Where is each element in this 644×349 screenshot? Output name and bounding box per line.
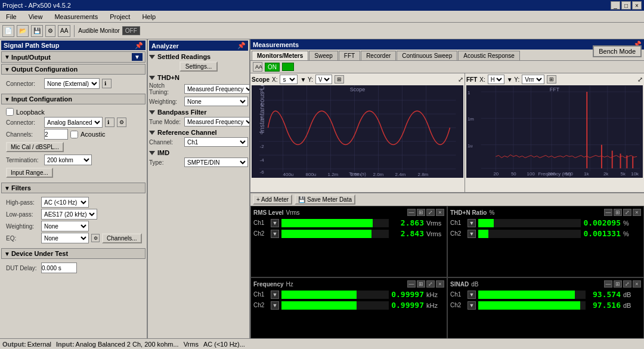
scope-detach-btn[interactable]: ⤢ bbox=[458, 76, 463, 84]
fft-x-select[interactable]: Hz bbox=[488, 75, 504, 84]
thdn-close[interactable]: × bbox=[633, 209, 641, 216]
input-connector-select[interactable]: Analog Balanced bbox=[44, 117, 103, 128]
lowpass-select[interactable]: AES17 (20 kHz) bbox=[41, 209, 97, 220]
io-expand-icon[interactable]: ▼ bbox=[4, 54, 10, 60]
freq-detach[interactable]: ⤢ bbox=[426, 280, 435, 288]
fft-y-select[interactable]: Vrms bbox=[522, 75, 544, 84]
menu-help[interactable]: Help bbox=[138, 12, 159, 21]
sinad-detach[interactable]: ⤢ bbox=[623, 280, 631, 288]
fft-expand-btn[interactable]: ⊞ bbox=[547, 75, 556, 84]
dut-expand[interactable]: ▼ bbox=[4, 251, 10, 257]
on-button[interactable]: ON bbox=[265, 63, 280, 72]
bench-mode-button[interactable]: Bench Mode bbox=[593, 45, 642, 57]
rms-ch1-dropdown[interactable]: ▼ bbox=[271, 219, 279, 227]
rms-expand[interactable]: ⊞ bbox=[417, 209, 425, 216]
freq-ch2-bar-container bbox=[281, 301, 389, 310]
monitor-aa-btn[interactable]: AA bbox=[253, 62, 262, 72]
sinad-close[interactable]: × bbox=[633, 280, 641, 288]
thdn-expand[interactable] bbox=[149, 76, 155, 80]
tab-fft[interactable]: FFT bbox=[339, 51, 360, 60]
imd-type-select[interactable]: SMPTE/DIN bbox=[184, 157, 248, 167]
close-btn[interactable]: × bbox=[632, 1, 642, 10]
freq-minimize[interactable]: — bbox=[407, 280, 416, 288]
thdn-controls: — ⊞ ⤢ × bbox=[604, 209, 641, 216]
output-expand[interactable]: ▼ bbox=[4, 66, 10, 73]
sinad-ch1-dropdown[interactable]: ▼ bbox=[467, 291, 476, 299]
sinad-minimize[interactable]: — bbox=[604, 280, 612, 288]
rms-ch1-value: 2.863 bbox=[391, 218, 424, 227]
channels-btn[interactable]: Channels... bbox=[102, 233, 142, 243]
thdn-ch1-dropdown[interactable]: ▼ bbox=[467, 219, 476, 227]
input-expand[interactable]: ▼ bbox=[4, 96, 10, 103]
signal-path-pin[interactable]: 📌 bbox=[135, 42, 143, 50]
fft-detach-btn[interactable]: ⤢ bbox=[637, 76, 643, 84]
tab-monitors-meters[interactable]: Monitors/Meters bbox=[252, 51, 308, 60]
freq-expand[interactable]: ⊞ bbox=[417, 280, 425, 288]
channel-select[interactable]: Ch1 bbox=[184, 137, 248, 147]
analyzer-pin[interactable]: 📌 bbox=[237, 42, 246, 50]
acoustic-checkbox[interactable] bbox=[70, 131, 78, 138]
thdn-detach[interactable]: ⤢ bbox=[623, 209, 631, 216]
filters-expand[interactable]: ▼ bbox=[4, 185, 10, 192]
settings-btn[interactable]: ⚙ bbox=[45, 25, 55, 37]
freq-ch2-dropdown[interactable]: ▼ bbox=[271, 301, 279, 310]
scope-y-select[interactable]: V bbox=[315, 75, 332, 84]
mic-cal-button[interactable]: Mic Cal / dBSPL... bbox=[6, 142, 64, 152]
loopback-checkbox[interactable] bbox=[6, 108, 14, 116]
sinad-expand[interactable]: ⊞ bbox=[614, 280, 622, 288]
add-meter-bar: + Add Meter 💾 Save Meter Data bbox=[250, 193, 644, 206]
tune-mode-select[interactable]: Measured Frequency bbox=[184, 117, 250, 126]
save-btn[interactable]: 💾 bbox=[31, 25, 43, 37]
aa-btn[interactable]: AA bbox=[58, 25, 70, 37]
tab-sweep[interactable]: Sweep bbox=[309, 51, 338, 60]
off-button[interactable]: OFF bbox=[122, 26, 140, 35]
tab-recorder[interactable]: Recorder bbox=[361, 51, 396, 60]
svg-text:2.4m: 2.4m bbox=[395, 172, 406, 177]
thdn-weighting-select[interactable]: None bbox=[184, 97, 248, 106]
settled-readings-expand[interactable] bbox=[149, 55, 155, 59]
rms-ch2-dropdown[interactable]: ▼ bbox=[271, 230, 279, 238]
input-connector-info[interactable]: ℹ bbox=[105, 118, 114, 127]
menu-file[interactable]: File bbox=[2, 12, 20, 21]
output-connector-select[interactable]: None (External) bbox=[44, 78, 100, 89]
analyzer-settings-btn[interactable]: Settings... bbox=[179, 61, 218, 72]
dut-delay-input[interactable] bbox=[41, 262, 77, 273]
ref-channel-expand[interactable] bbox=[149, 131, 155, 135]
weighting-select[interactable]: None bbox=[41, 221, 89, 231]
open-btn[interactable]: 📂 bbox=[17, 25, 29, 37]
channels-input[interactable] bbox=[44, 129, 68, 140]
svg-text:10k: 10k bbox=[631, 171, 639, 177]
termination-select[interactable]: 200 kohm bbox=[44, 155, 92, 165]
notch-tuning-select[interactable]: Measured Frequency bbox=[184, 84, 250, 94]
eq-select[interactable]: None bbox=[41, 233, 89, 243]
input-connector-config[interactable]: ⚙ bbox=[117, 118, 126, 127]
maximize-btn[interactable]: □ bbox=[621, 1, 631, 10]
tab-acoustic-response[interactable]: Acoustic Response bbox=[458, 51, 520, 60]
sinad-ch2-dropdown[interactable]: ▼ bbox=[467, 301, 476, 310]
bandpass-expand[interactable] bbox=[149, 110, 155, 115]
rms-detach[interactable]: ⤢ bbox=[426, 209, 435, 216]
rms-close[interactable]: × bbox=[436, 209, 444, 216]
tab-continuous-sweep[interactable]: Continuous Sweep bbox=[397, 51, 457, 60]
freq-close[interactable]: × bbox=[436, 280, 444, 288]
rms-minimize[interactable]: — bbox=[407, 209, 416, 216]
io-dropdown[interactable]: ▼ bbox=[132, 53, 143, 61]
scope-expand-btn[interactable]: ⊞ bbox=[335, 75, 344, 84]
highpass-select[interactable]: AC (<10 Hz) bbox=[41, 197, 89, 208]
menu-view[interactable]: View bbox=[25, 12, 47, 21]
minimize-btn[interactable]: _ bbox=[611, 1, 620, 10]
thdn-minimize[interactable]: — bbox=[604, 209, 612, 216]
eq-config-btn[interactable]: ⚙ bbox=[91, 234, 100, 242]
add-meter-button[interactable]: + Add Meter bbox=[253, 194, 292, 205]
new-btn[interactable]: 📄 bbox=[2, 25, 14, 37]
save-meter-data-button[interactable]: 💾 Save Meter Data bbox=[295, 194, 355, 205]
scope-x-select[interactable]: s bbox=[280, 75, 298, 84]
menu-project[interactable]: Project bbox=[106, 12, 134, 21]
imd-expand[interactable] bbox=[149, 151, 155, 155]
menu-measurements[interactable]: Measurements bbox=[51, 12, 101, 21]
thdn-ch2-dropdown[interactable]: ▼ bbox=[467, 230, 476, 238]
thdn-expand[interactable]: ⊞ bbox=[614, 209, 622, 216]
freq-ch1-dropdown[interactable]: ▼ bbox=[271, 291, 279, 299]
output-connector-info[interactable]: ℹ bbox=[102, 79, 112, 88]
input-range-button[interactable]: Input Range... bbox=[6, 168, 53, 178]
